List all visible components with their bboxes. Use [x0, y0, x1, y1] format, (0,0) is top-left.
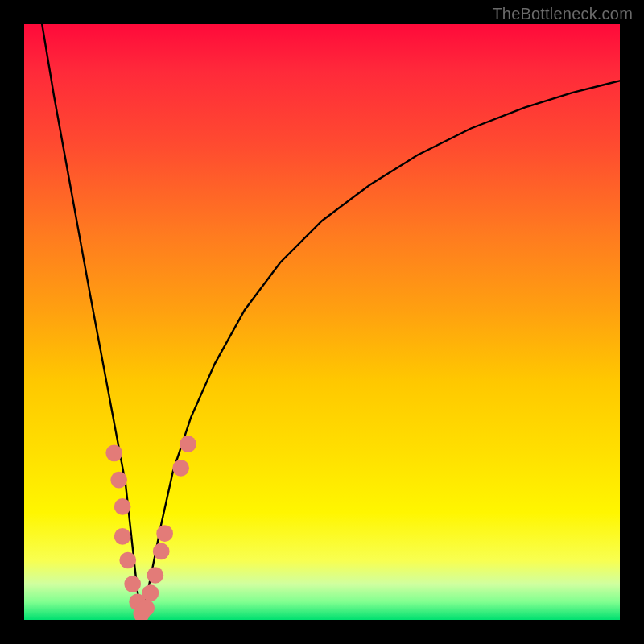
- marker-dot: [153, 543, 170, 560]
- marker-dot: [172, 460, 189, 477]
- marker-dot: [110, 472, 127, 489]
- marker-dot: [105, 444, 122, 461]
- marker-dot: [138, 600, 155, 617]
- curve-layer: [24, 24, 620, 620]
- marker-dot: [180, 436, 196, 452]
- chart-frame: TheBottleneck.com: [0, 0, 644, 644]
- bottleneck-curve: [42, 24, 620, 620]
- marker-dot: [114, 528, 131, 545]
- marker-dot: [124, 576, 141, 592]
- marker-dot: [156, 525, 173, 542]
- marker-dot: [114, 498, 131, 515]
- marker-dot: [142, 584, 159, 601]
- watermark-text: TheBottleneck.com: [492, 5, 633, 23]
- marker-dot: [147, 567, 163, 584]
- plot-area: [24, 24, 620, 620]
- marker-dot: [119, 552, 136, 569]
- marker-group: [105, 436, 196, 620]
